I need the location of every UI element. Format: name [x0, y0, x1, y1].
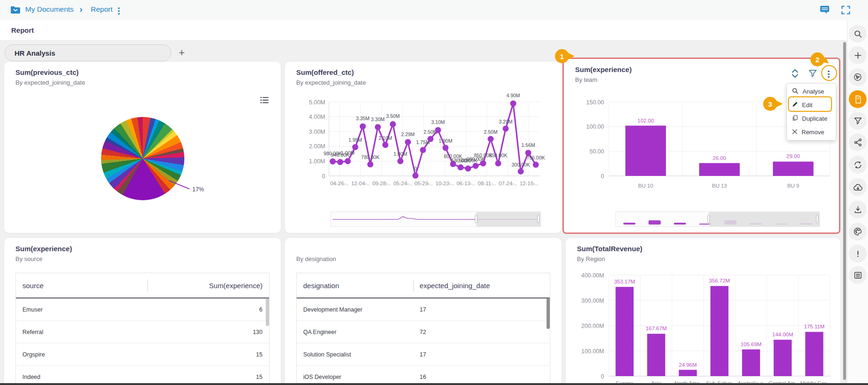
- svg-text:300.00M: 300.00M: [581, 298, 604, 304]
- sidebar-search-button[interactable]: [849, 25, 867, 43]
- table-row[interactable]: iOS Developer16: [297, 366, 550, 385]
- svg-text:29.00: 29.00: [787, 153, 800, 159]
- svg-text:1.90M: 1.90M: [439, 138, 452, 144]
- svg-text:356.72M: 356.72M: [709, 278, 730, 283]
- svg-text:BU 10: BU 10: [638, 183, 653, 189]
- breadcrumb-my-documents[interactable]: My Documents: [25, 5, 73, 14]
- table-row[interactable]: QA Engineer72: [297, 321, 550, 343]
- comment-icon[interactable]: [820, 6, 830, 16]
- line-chart-range-brush[interactable]: [330, 211, 541, 227]
- card-title: Sum(offered_ctc): [296, 68, 354, 76]
- tab-label: HR Analysis: [15, 49, 55, 57]
- svg-text:167.67M: 167.67M: [646, 326, 667, 331]
- svg-text:780.00K: 780.00K: [361, 154, 379, 160]
- svg-text:200.00M: 200.00M: [581, 323, 604, 329]
- search-icon: [853, 29, 862, 38]
- brush-handle-left[interactable]: [708, 215, 710, 223]
- sidebar-sync-button[interactable]: [849, 156, 867, 174]
- table-row[interactable]: Orgspire15: [16, 343, 269, 366]
- card-total-revenue: Sum(TotalRevenue) By Region 400.00M300.0…: [566, 238, 840, 385]
- svg-text:10-23-..: 10-23-..: [436, 181, 454, 186]
- svg-text:0: 0: [601, 173, 604, 180]
- sidebar-share-button[interactable]: [849, 133, 867, 151]
- brush-selection[interactable]: [709, 212, 820, 226]
- svg-text:05-29-..: 05-29-..: [415, 181, 433, 186]
- table-row[interactable]: Referral130: [16, 321, 269, 343]
- notes-icon: [853, 271, 862, 279]
- svg-text:353.17M: 353.17M: [614, 279, 635, 284]
- sync-icon: [853, 160, 862, 169]
- menu-item-remove[interactable]: Remove: [787, 125, 836, 139]
- filter-icon[interactable]: [808, 69, 817, 80]
- card-title: Sum(experience): [575, 65, 632, 73]
- svg-text:4.00M: 4.00M: [309, 114, 325, 120]
- plus-icon: [853, 51, 862, 60]
- svg-text:05-24-..: 05-24-..: [394, 181, 412, 186]
- bar-chart-region[interactable]: 400.00M300.00M200.00M100.00M0353.17MEuro…: [578, 269, 835, 385]
- folder-icon[interactable]: [10, 6, 21, 16]
- close-icon: [792, 129, 798, 136]
- table-row[interactable]: Emuser6: [16, 298, 269, 321]
- table-header-row: designationexpected_joining_date: [297, 273, 550, 298]
- top-bar: My Documents › Report: [0, 0, 868, 20]
- palette-icon: [853, 227, 862, 236]
- table-scrollbar[interactable]: [547, 298, 550, 329]
- table-row[interactable]: Indeed15: [16, 366, 269, 385]
- sidebar-filter-button[interactable]: [849, 112, 867, 130]
- card-subtitle: By source: [15, 255, 43, 262]
- table-row[interactable]: Solution Specialist17: [297, 343, 550, 366]
- sidebar-ai-brain-button[interactable]: [849, 68, 867, 86]
- svg-text:12-15-..: 12-15-..: [520, 181, 539, 186]
- data-table-designation: designationexpected_joining_dateDevelopm…: [296, 273, 550, 385]
- card-title: Sum(experience): [15, 245, 72, 253]
- sidebar-palette-button[interactable]: [849, 223, 867, 240]
- share-icon: [853, 138, 862, 147]
- svg-text:1.00M: 1.00M: [309, 158, 325, 165]
- svg-text:756.00K: 756.00K: [526, 155, 545, 160]
- menu-item-duplicate[interactable]: Duplicate: [787, 112, 836, 125]
- bar-chart-range-brush[interactable]: [615, 211, 819, 227]
- svg-text:3.50M: 3.50M: [386, 113, 400, 119]
- svg-text:50.00: 50.00: [590, 148, 604, 155]
- sidebar-cloud-download-button[interactable]: [849, 178, 867, 196]
- chart-context-menu: AnalyseEditDuplicateRemove: [787, 83, 836, 140]
- sidebar-report-card-button[interactable]: [849, 90, 867, 108]
- svg-text:1.95M: 1.95M: [349, 137, 362, 143]
- svg-text:100.00: 100.00: [586, 123, 604, 130]
- brush-selection[interactable]: [476, 212, 540, 226]
- svg-text:102.00: 102.00: [637, 118, 654, 123]
- annotation-badge-1: 1: [555, 49, 569, 63]
- sidebar-plus-button[interactable]: [849, 46, 867, 64]
- svg-text:175.11M: 175.11M: [804, 324, 824, 329]
- breadcrumb-more-icon[interactable]: [118, 6, 120, 16]
- table-row[interactable]: Development Manager17: [297, 298, 550, 321]
- svg-text:24.96M: 24.96M: [679, 362, 697, 368]
- column-header[interactable]: expected_joining_date: [413, 282, 550, 290]
- sidebar-download-button[interactable]: [849, 201, 867, 218]
- duplicate-icon: [792, 115, 798, 123]
- svg-text:5.00M: 5.00M: [309, 99, 325, 106]
- breadcrumb-report[interactable]: Report: [91, 5, 113, 14]
- add-tab-button[interactable]: +: [179, 45, 185, 61]
- vertical-scrollbar-thumb[interactable]: [843, 42, 846, 380]
- fullscreen-icon[interactable]: [841, 6, 850, 16]
- table-scrollbar[interactable]: [266, 298, 269, 326]
- column-header[interactable]: designation: [297, 282, 413, 290]
- svg-text:1.56M: 1.56M: [521, 142, 535, 148]
- card-subtitle: By Region: [577, 255, 605, 262]
- svg-text:3.35M: 3.35M: [356, 116, 370, 121]
- sidebar-notes-button[interactable]: [849, 266, 867, 284]
- column-header[interactable]: Sum(experience): [147, 282, 269, 290]
- svg-text:100.00M: 100.00M: [581, 348, 604, 355]
- column-header[interactable]: source: [16, 282, 147, 290]
- card-designation: By designation designationexpected_joini…: [285, 238, 562, 385]
- sidebar-alert-button[interactable]: [849, 245, 867, 262]
- svg-text:144.00M: 144.00M: [772, 332, 793, 337]
- brush-handle-right[interactable]: [537, 215, 540, 223]
- svg-text:26.00: 26.00: [713, 155, 726, 161]
- brush-handle-left[interactable]: [475, 215, 477, 223]
- sort-updown-icon[interactable]: [790, 68, 800, 81]
- brush-handle-right[interactable]: [816, 215, 818, 223]
- tab-hr-analysis[interactable]: HR Analysis: [5, 44, 171, 61]
- search-icon: [792, 87, 799, 96]
